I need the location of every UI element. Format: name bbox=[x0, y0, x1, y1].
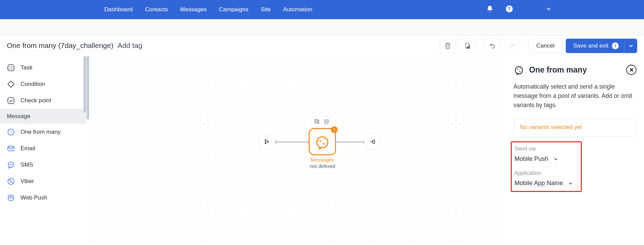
nav-contacts[interactable]: Contacts bbox=[145, 6, 168, 13]
duplicate-node-button[interactable] bbox=[314, 118, 320, 126]
svg-point-21 bbox=[515, 67, 522, 74]
add-tag-button[interactable]: Add tag bbox=[118, 41, 142, 51]
sidebar-item-condition[interactable]: Condition bbox=[0, 76, 86, 92]
message-node[interactable]: ! bbox=[309, 128, 336, 155]
top-navbar: Dashboard Contacts Messages Campaigns Si… bbox=[0, 0, 644, 19]
save-and-exit-label: Save and exit bbox=[573, 42, 608, 49]
svg-rect-15 bbox=[316, 120, 319, 124]
sidebar-item-label: Viber bbox=[21, 178, 34, 185]
send-via-label: Send via bbox=[514, 146, 578, 152]
node-caption-subtitle: not defined bbox=[295, 163, 350, 169]
condition-icon bbox=[7, 80, 15, 88]
help-icon[interactable]: ? bbox=[506, 5, 513, 14]
webpush-icon bbox=[7, 194, 15, 202]
start-node[interactable] bbox=[258, 133, 275, 150]
delete-button[interactable] bbox=[440, 39, 456, 53]
application-label: Application bbox=[514, 170, 578, 176]
delete-node-button[interactable] bbox=[323, 118, 330, 126]
nav-automation[interactable]: Automation bbox=[283, 6, 312, 13]
canvas-area[interactable]: ! Messages not defined bbox=[86, 56, 504, 245]
svg-point-11 bbox=[10, 180, 10, 180]
sidebar-item-label: One from many bbox=[21, 129, 61, 136]
one-from-many-icon bbox=[7, 128, 15, 136]
svg-point-18 bbox=[317, 137, 328, 148]
task-icon bbox=[7, 64, 15, 72]
application-value: Mobile App Name bbox=[514, 180, 563, 187]
secondary-bar bbox=[0, 19, 644, 36]
sidebar-item-label: Web Push bbox=[21, 194, 47, 201]
user-menu-caret-icon[interactable] bbox=[546, 6, 552, 14]
svg-point-7 bbox=[8, 129, 14, 135]
svg-text:?: ? bbox=[508, 6, 511, 11]
bell-icon[interactable] bbox=[486, 5, 494, 14]
highlighted-settings: Send via Mobile Push Application Mobile … bbox=[511, 141, 582, 192]
end-node[interactable] bbox=[364, 133, 381, 150]
nav-site[interactable]: Site bbox=[261, 6, 271, 13]
svg-marker-5 bbox=[8, 81, 14, 87]
svg-point-10 bbox=[8, 178, 14, 184]
viber-icon bbox=[7, 177, 15, 185]
sidebar-item-sms[interactable]: SMS bbox=[0, 157, 86, 173]
panel-description: Automatically select and send a single m… bbox=[513, 82, 636, 110]
nav-campaigns[interactable]: Campaigns bbox=[219, 6, 249, 13]
undo-button[interactable] bbox=[484, 39, 500, 53]
chevron-down-icon bbox=[568, 181, 573, 186]
sidebar-item-one-from-many[interactable]: One from many bbox=[0, 124, 86, 140]
redo-button[interactable] bbox=[504, 39, 520, 53]
redo-icon bbox=[509, 42, 515, 49]
svg-marker-17 bbox=[265, 140, 269, 144]
send-via-value: Mobile Push bbox=[514, 155, 548, 163]
duplicate-icon bbox=[314, 118, 320, 125]
sidebar-item-webpush[interactable]: Web Push bbox=[0, 190, 86, 206]
properties-panel: One from many ✕ Automatically select and… bbox=[504, 56, 644, 245]
nav-messages[interactable]: Messages bbox=[180, 6, 206, 13]
copy-paste-button[interactable] bbox=[459, 39, 476, 53]
sms-icon bbox=[7, 161, 15, 169]
sidebar-item-viber[interactable]: Viber bbox=[0, 173, 86, 190]
sidebar: Task Condition Check point Message One f… bbox=[0, 56, 86, 245]
save-menu-caret[interactable] bbox=[624, 39, 637, 53]
node-caption: Messages not defined bbox=[295, 157, 350, 169]
sidebar-scrollbar[interactable] bbox=[83, 56, 86, 113]
workflow-canvas[interactable]: ! Messages not defined bbox=[91, 56, 504, 245]
main-area: Task Condition Check point Message One f… bbox=[0, 56, 644, 245]
no-variants-warning: No variants selected yet bbox=[513, 118, 636, 137]
canvas-scrollbar[interactable] bbox=[86, 56, 89, 119]
svg-rect-20 bbox=[373, 140, 375, 143]
workflow-title[interactable]: One from many (7day_challenge) bbox=[7, 41, 113, 51]
one-from-many-icon bbox=[513, 64, 524, 75]
sidebar-item-label: Email bbox=[21, 145, 35, 152]
sidebar-item-label: Condition bbox=[21, 81, 45, 88]
cancel-button[interactable]: Cancel bbox=[528, 39, 562, 53]
chevron-down-icon bbox=[628, 43, 634, 49]
panel-close-button[interactable]: ✕ bbox=[626, 65, 636, 75]
panel-title: One from many bbox=[529, 65, 587, 75]
svg-rect-13 bbox=[8, 195, 14, 201]
save-warning-icon: ! bbox=[612, 42, 619, 49]
node-toolbar bbox=[312, 116, 332, 128]
sidebar-item-task[interactable]: Task bbox=[0, 60, 86, 76]
send-via-dropdown[interactable]: Mobile Push bbox=[514, 155, 578, 163]
one-from-many-icon bbox=[314, 133, 331, 150]
trash-icon bbox=[444, 42, 451, 49]
chevron-down-icon bbox=[553, 156, 559, 162]
sidebar-item-label: SMS bbox=[21, 162, 33, 168]
save-and-exit-button[interactable]: Save and exit ! bbox=[566, 39, 626, 53]
end-icon bbox=[369, 138, 376, 145]
application-dropdown[interactable]: Mobile App Name bbox=[514, 180, 578, 187]
nav-links: Dashboard Contacts Messages Campaigns Si… bbox=[104, 6, 312, 13]
title-row: One from many (7day_challenge) Add tag C… bbox=[0, 36, 644, 56]
svg-rect-6 bbox=[8, 98, 14, 104]
svg-point-12 bbox=[12, 182, 12, 183]
svg-rect-3 bbox=[465, 43, 469, 47]
warning-badge-icon: ! bbox=[331, 126, 338, 133]
sidebar-item-checkpoint[interactable]: Check point bbox=[0, 92, 86, 109]
sidebar-item-label: Task bbox=[21, 64, 32, 71]
sidebar-item-label: Check point bbox=[21, 97, 51, 104]
undo-icon bbox=[489, 42, 496, 49]
node-caption-title: Messages bbox=[295, 157, 350, 163]
nav-dashboard[interactable]: Dashboard bbox=[104, 6, 133, 13]
sidebar-item-email[interactable]: Email bbox=[0, 140, 86, 157]
trash-icon bbox=[323, 118, 330, 125]
sidebar-section-message: Message bbox=[0, 109, 86, 124]
